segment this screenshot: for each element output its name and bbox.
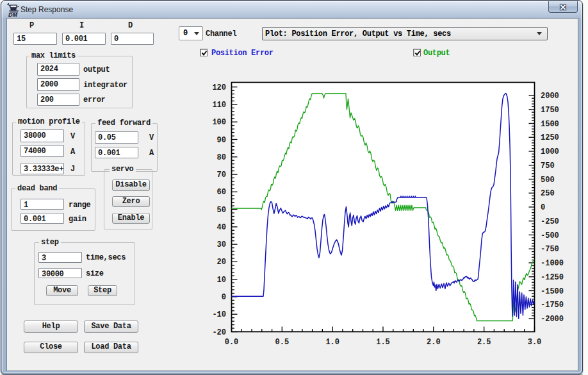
svg-text:DM: DM [8,12,17,17]
